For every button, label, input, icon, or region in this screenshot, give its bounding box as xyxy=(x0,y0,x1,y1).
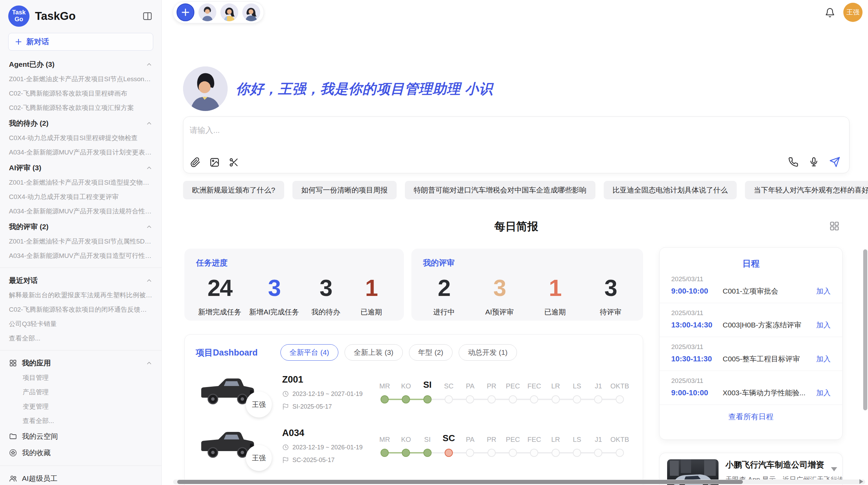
sidebar-task-item[interactable]: C0X4-动力总成开发项目工程变更评审 xyxy=(0,190,161,204)
suggestion-chip[interactable]: 欧洲新规最近颁布了什么? xyxy=(183,181,284,199)
app-item[interactable]: 项目管理 xyxy=(0,371,161,385)
vertical-scrollbar-thumb[interactable] xyxy=(863,249,867,410)
milestone-node-KO[interactable] xyxy=(402,395,410,403)
event-name: X003-车辆动力学性能验... xyxy=(723,388,811,398)
new-chat-button[interactable]: 新对话 xyxy=(8,33,153,51)
milestone-node-OKTB[interactable] xyxy=(616,395,624,403)
recent-chat-item[interactable]: 公司Q3轻卡销量 xyxy=(0,317,161,331)
recent-chat-item[interactable]: C02-飞腾新能源轻客改款项目的闭环通告反馈情况 xyxy=(0,302,161,317)
milestone-node-LS[interactable] xyxy=(573,395,581,403)
sidebar-task-item[interactable]: C02-飞腾新能源轻客改款项目里程碑画布 xyxy=(0,86,161,101)
chat-input[interactable] xyxy=(190,122,843,139)
suggestion-chip[interactable]: 如何写一份清晰的项目周报 xyxy=(292,181,397,199)
notifications-bell-icon[interactable] xyxy=(825,8,835,18)
sidebar-task-item[interactable]: A034-全新新能源MUV产品开发项目造型可行性评审 xyxy=(0,249,161,263)
schedule-event[interactable]: 2025/03/1110:30-11:30C005-整车工程目标评审加入 xyxy=(660,337,842,371)
milestone-node-SC[interactable] xyxy=(445,395,453,403)
scissors-icon[interactable] xyxy=(229,157,239,167)
milestone-node-LR[interactable] xyxy=(552,449,560,457)
milestone-node-OKTB[interactable] xyxy=(616,449,624,457)
app-logo[interactable]: Task Go xyxy=(8,5,29,27)
agent-avatar-3[interactable] xyxy=(242,3,260,21)
milestone-node-PEC[interactable] xyxy=(509,449,517,457)
attachment-icon[interactable] xyxy=(190,157,201,167)
recent-chat-item[interactable]: 解释最新出台的欧盟报废车法规再生塑料比例被调至15%... xyxy=(0,288,161,302)
milestone-cell-SC xyxy=(438,393,459,406)
chevron-up-icon[interactable] xyxy=(146,120,153,127)
project-code[interactable]: Z001 xyxy=(282,374,364,385)
chevron-up-icon[interactable] xyxy=(146,277,153,284)
milestone-cell-MR xyxy=(374,446,395,459)
milestone-node-MR[interactable] xyxy=(381,395,389,403)
schedule-event[interactable]: 2025/03/1113:00-14:30C003|H0B-方案冻结评审加入 xyxy=(660,303,842,337)
sidebar-task-item[interactable]: C0X4-动力总成开发项目SI里程碑提交物检查 xyxy=(0,131,161,145)
sidebar-item-我的收藏[interactable]: 我的收藏 xyxy=(0,445,161,461)
briefing-layout-icon[interactable] xyxy=(829,221,840,232)
milestone-cell-LS xyxy=(566,393,588,406)
suggestion-chip[interactable]: 特朗普可能对进口汽车增税会对中国车企造成哪些影响 xyxy=(405,181,595,199)
chevron-up-icon[interactable] xyxy=(146,61,153,68)
suggestion-chip[interactable]: 比亚迪全固态电池计划具体说了什么 xyxy=(604,181,737,199)
milestone-node-PR[interactable] xyxy=(487,449,496,457)
dashboard-tab[interactable]: 全新平台 (4) xyxy=(280,344,339,361)
dashboard-tab[interactable]: 年型 (2) xyxy=(409,344,453,361)
milestone-node-MR[interactable] xyxy=(381,449,389,457)
scroll-down-arrow[interactable] xyxy=(831,467,837,471)
milestone-node-PR[interactable] xyxy=(487,395,496,403)
agent-avatar-2[interactable] xyxy=(220,3,238,21)
user-avatar[interactable]: 王强 xyxy=(843,3,863,22)
join-link[interactable]: 加入 xyxy=(816,320,831,330)
app-item[interactable]: 查看全部... xyxy=(0,414,161,428)
schedule-event[interactable]: 2025/03/119:00-10:00X003-车辆动力学性能验...加入 xyxy=(660,371,842,405)
join-link[interactable]: 加入 xyxy=(816,354,831,364)
microphone-icon[interactable] xyxy=(809,157,819,167)
project-code[interactable]: A034 xyxy=(282,428,364,438)
sidebar-item-AI超级员工[interactable]: AI超级员工 xyxy=(0,470,161,485)
sidebar-task-item[interactable]: Z001-全新燃油轻卡产品开发项目SI造型提交物评审 xyxy=(0,175,161,190)
schedule-event[interactable]: 2025/03/119:00-10:00C001-立项审批会加入 xyxy=(660,269,842,303)
sidebar-collapse-icon[interactable] xyxy=(142,10,153,22)
join-link[interactable]: 加入 xyxy=(816,286,831,296)
milestone-node-J1[interactable] xyxy=(594,449,602,457)
milestone-label-SC: SC xyxy=(438,432,459,444)
send-icon[interactable] xyxy=(829,157,840,167)
sidebar-task-item[interactable]: A034-全新新能源MUV产品开发项目法规符合性评审 xyxy=(0,204,161,219)
agent-avatar-1[interactable] xyxy=(198,3,216,21)
milestone-label-PR: PR xyxy=(481,432,502,444)
sidebar-task-item[interactable]: Z001-全新燃油皮卡产品开发项目SI节点Lesson Learn报告 xyxy=(0,72,161,86)
milestone-node-LR[interactable] xyxy=(552,395,560,403)
sidebar-item-我的云空间[interactable]: 我的云空间 xyxy=(0,428,161,445)
app-item[interactable]: 变更管理 xyxy=(0,399,161,414)
add-session-button[interactable] xyxy=(177,3,194,21)
recent-chat-item[interactable]: 查看全部... xyxy=(0,331,161,346)
milestone-node-SI[interactable] xyxy=(423,395,432,403)
phone-call-icon[interactable] xyxy=(788,157,798,167)
milestone-node-J1[interactable] xyxy=(594,395,602,403)
chevron-up-icon[interactable] xyxy=(146,223,153,230)
milestone-node-FEC[interactable] xyxy=(530,449,538,457)
milestone-cell-FEC xyxy=(523,446,545,459)
milestone-node-KO[interactable] xyxy=(402,449,410,457)
milestone-node-SC[interactable] xyxy=(445,449,453,457)
dashboard-tab[interactable]: 动总开发 (1) xyxy=(459,344,517,361)
scroll-right-arrow[interactable] xyxy=(859,479,863,484)
sidebar-task-item[interactable]: Z001-全新燃油轻卡产品开发项目SI节点属性5D文件评审 xyxy=(0,234,161,249)
chevron-up-icon[interactable] xyxy=(146,360,153,366)
app-item[interactable]: 产品管理 xyxy=(0,385,161,399)
milestone-node-SI[interactable] xyxy=(423,449,432,457)
sidebar-task-item[interactable]: C02-飞腾新能源轻客改款项目立项汇报方案 xyxy=(0,101,161,115)
milestone-node-PA[interactable] xyxy=(466,449,474,457)
milestone-node-PA[interactable] xyxy=(466,395,474,403)
horizontal-scrollbar-thumb[interactable] xyxy=(177,480,743,484)
image-icon[interactable] xyxy=(209,157,220,167)
view-all-schedule-link[interactable]: 查看所有日程 xyxy=(660,412,842,422)
chevron-up-icon[interactable] xyxy=(146,164,153,171)
milestone-node-PEC[interactable] xyxy=(509,395,517,403)
sidebar-task-item[interactable]: A034-全新新能源MUV产品开发项目计划变更表编写 xyxy=(0,145,161,160)
horizontal-scrollbar-track[interactable] xyxy=(173,480,865,484)
join-link[interactable]: 加入 xyxy=(816,388,831,398)
dashboard-tab[interactable]: 全新上装 (3) xyxy=(345,344,403,361)
milestone-node-FEC[interactable] xyxy=(530,395,538,403)
milestone-node-LS[interactable] xyxy=(573,449,581,457)
suggestion-chip[interactable]: 当下年轻人对汽车外观有怎样的喜好趋势 xyxy=(745,181,868,199)
